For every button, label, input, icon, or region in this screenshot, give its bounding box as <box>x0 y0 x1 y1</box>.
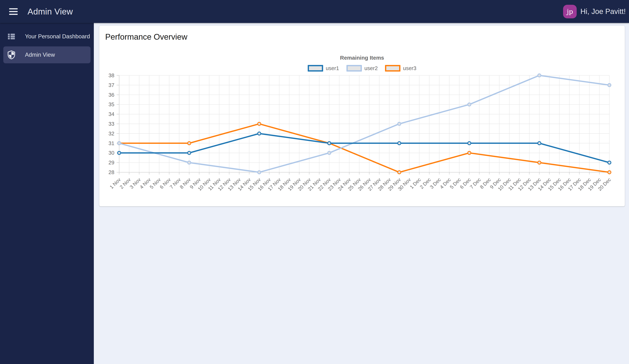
svg-text:35: 35 <box>109 102 114 107</box>
svg-text:32: 32 <box>109 131 114 136</box>
app-root: Admin View jp Hi, Joe Pavitt! Your Perso… <box>0 0 629 364</box>
svg-text:3 Nov: 3 Nov <box>129 177 142 190</box>
content-area: Performance Overview Remaining Items use… <box>94 23 629 364</box>
svg-text:7 Dec: 7 Dec <box>469 177 482 190</box>
chart-legend: user1user2user3 <box>99 65 625 72</box>
user-avatar[interactable]: jp <box>563 5 577 18</box>
svg-text:1 Dec: 1 Dec <box>409 177 422 190</box>
svg-text:6 Nov: 6 Nov <box>159 177 172 190</box>
svg-text:1 Nov: 1 Nov <box>109 177 122 190</box>
svg-text:2 Dec: 2 Dec <box>419 177 432 190</box>
svg-text:8 Nov: 8 Nov <box>179 177 192 190</box>
chart-title: Remaining Items <box>99 55 625 61</box>
svg-text:34: 34 <box>109 111 114 117</box>
legend-swatch <box>308 65 323 72</box>
svg-text:31: 31 <box>109 140 114 146</box>
legend-label: user2 <box>364 65 378 71</box>
svg-text:37: 37 <box>109 82 114 88</box>
legend-item-user3[interactable]: user3 <box>385 65 416 72</box>
svg-text:4 Dec: 4 Dec <box>439 177 452 190</box>
remaining-items-chart[interactable]: 28293031323334353637381 Nov2 Nov3 Nov4 N… <box>99 73 625 203</box>
svg-text:30: 30 <box>109 150 114 156</box>
svg-text:33: 33 <box>109 121 114 127</box>
menu-icon <box>9 8 18 9</box>
shield-icon <box>7 50 15 59</box>
svg-text:3 Dec: 3 Dec <box>429 177 442 190</box>
svg-text:38: 38 <box>109 73 114 78</box>
legend-label: user3 <box>403 65 416 71</box>
svg-text:7 Nov: 7 Nov <box>169 177 182 190</box>
avatar-initials: jp <box>567 8 573 15</box>
svg-text:6 Dec: 6 Dec <box>459 177 472 190</box>
app-title: Admin View <box>27 6 73 16</box>
svg-text:5 Dec: 5 Dec <box>449 177 462 190</box>
card-title: Performance Overview <box>105 32 187 41</box>
legend-item-user2[interactable]: user2 <box>346 65 378 72</box>
legend-item-user1[interactable]: user1 <box>308 65 339 72</box>
legend-swatch <box>346 65 362 72</box>
menu-button[interactable] <box>5 4 21 19</box>
top-bar: Admin View jp Hi, Joe Pavitt! <box>0 0 629 23</box>
svg-text:8 Dec: 8 Dec <box>479 177 492 190</box>
sidebar: Your Personal Dashboard Admin View <box>0 23 94 364</box>
legend-label: user1 <box>326 65 339 71</box>
svg-text:5 Nov: 5 Nov <box>149 177 162 190</box>
svg-text:2 Nov: 2 Nov <box>119 177 132 190</box>
performance-card: Performance Overview Remaining Items use… <box>99 25 625 206</box>
user-greeting: Hi, Joe Pavitt! <box>580 7 626 16</box>
svg-text:36: 36 <box>109 92 114 98</box>
sidebar-item-label: Admin View <box>25 52 55 58</box>
svg-text:28: 28 <box>109 169 114 175</box>
sidebar-item-personal-dashboard[interactable]: Your Personal Dashboard <box>3 28 91 45</box>
svg-text:29: 29 <box>109 160 114 165</box>
sidebar-item-label: Your Personal Dashboard <box>25 33 90 40</box>
svg-text:4 Nov: 4 Nov <box>139 177 152 190</box>
dashboard-list-icon <box>7 32 15 41</box>
sidebar-item-admin-view[interactable]: Admin View <box>3 46 91 63</box>
legend-swatch <box>385 65 400 72</box>
